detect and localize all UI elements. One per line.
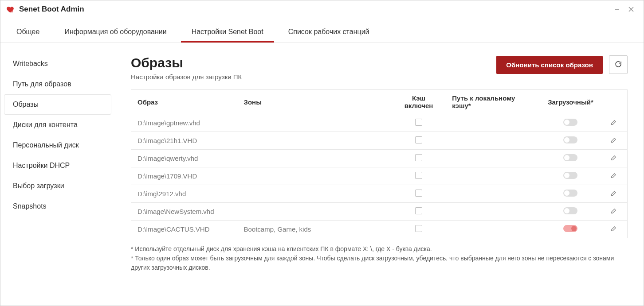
col-header-image: Образ [131, 90, 238, 114]
table-row: D:\Image\CACTUS.VHDBootcamp, Game, kids [131, 221, 628, 238]
refresh-button[interactable] [609, 55, 628, 74]
edit-icon[interactable] [610, 190, 617, 198]
edit-icon[interactable] [610, 155, 617, 163]
cell-cache-enabled [392, 132, 446, 150]
bootable-toggle[interactable] [563, 225, 577, 232]
cell-image: D:\Image\qwerty.vhd [131, 150, 238, 167]
table-row: D:\Image\qwerty.vhd [131, 150, 628, 167]
cell-cache-enabled [392, 114, 446, 132]
app-logo-icon: S [6, 5, 15, 14]
cell-edit [600, 150, 627, 167]
cell-edit [600, 167, 627, 185]
refresh-icon [614, 60, 622, 70]
cell-cache-path [446, 114, 541, 132]
col-header-edit [600, 90, 627, 114]
sidebar-item-7[interactable]: Snapshots [0, 196, 115, 217]
cell-zones [238, 114, 392, 132]
footnote-1: * Используйте отдельный диск для хранени… [131, 244, 628, 254]
edit-icon[interactable] [610, 208, 617, 216]
table-header-row: Образ Зоны Кэш включен Путь к локальному… [131, 90, 628, 114]
app-window: S Senet Boot Admin ОбщееИнформация об об… [0, 0, 644, 306]
cell-bootable [541, 167, 600, 185]
cell-edit [600, 203, 627, 221]
sidebar-item-3[interactable]: Диски для контента [0, 115, 115, 135]
cell-edit [600, 132, 627, 150]
svg-text:S: S [11, 10, 13, 13]
bootable-toggle[interactable] [563, 207, 577, 214]
sidebar-item-2[interactable]: Образы [4, 94, 111, 115]
table-row: D:\Image\21h1.VHD [131, 132, 628, 150]
cell-zones [238, 203, 392, 221]
cell-edit [600, 114, 627, 132]
images-table: Образ Зоны Кэш включен Путь к локальному… [131, 89, 628, 238]
bootable-toggle[interactable] [563, 154, 577, 161]
col-header-cache-path: Путь к локальному кэшу* [446, 90, 541, 114]
bootable-toggle[interactable] [563, 190, 577, 197]
cell-bootable [541, 185, 600, 203]
col-header-cache-enabled: Кэш включен [392, 90, 446, 114]
cell-zones [238, 132, 392, 150]
sidebar-item-6[interactable]: Выбор загрузки [0, 176, 115, 196]
update-images-button[interactable]: Обновить список образов [496, 56, 603, 74]
cell-image: D:\image\NewSystem.vhd [131, 203, 238, 221]
edit-icon[interactable] [610, 137, 617, 145]
table-row: D:\image\NewSystem.vhd [131, 203, 628, 221]
cell-cache-path [446, 185, 541, 203]
tab-3[interactable]: Список рабочих станций [278, 23, 380, 43]
cell-cache-enabled [392, 167, 446, 185]
cell-cache-path [446, 167, 541, 185]
edit-icon[interactable] [610, 120, 617, 127]
page-title: Образы [131, 55, 242, 70]
cell-zones [238, 185, 392, 203]
cell-image: D:\img\2912.vhd [131, 185, 238, 203]
main-tabs: ОбщееИнформация об оборудованииНастройки… [0, 18, 644, 43]
cell-bootable [541, 221, 600, 238]
minimize-button[interactable] [610, 2, 624, 16]
cell-cache-enabled [392, 185, 446, 203]
content: Образы Настройка образов для загрузки ПК… [115, 43, 644, 306]
edit-icon[interactable] [610, 226, 617, 233]
table-row: D:\img\2912.vhd [131, 185, 628, 203]
tab-0[interactable]: Общее [6, 23, 50, 43]
col-header-zones: Зоны [238, 90, 392, 114]
page-title-block: Образы Настройка образов для загрузки ПК [131, 55, 242, 81]
cache-checkbox[interactable] [415, 119, 422, 126]
bootable-toggle[interactable] [563, 136, 577, 143]
cache-checkbox[interactable] [415, 136, 422, 143]
sidebar-item-1[interactable]: Путь для образов [0, 74, 115, 94]
cell-edit [600, 221, 627, 238]
bootable-toggle[interactable] [563, 119, 577, 126]
tab-1[interactable]: Информация об оборудовании [54, 23, 177, 43]
sidebar-item-4[interactable]: Персональный диск [0, 135, 115, 155]
cell-cache-path [446, 150, 541, 167]
cell-bootable [541, 132, 600, 150]
cache-checkbox[interactable] [415, 225, 422, 232]
cache-checkbox[interactable] [415, 207, 422, 214]
sidebar-item-0[interactable]: Writebacks [0, 54, 115, 74]
footnote-2: * Только один образ может быть загрузочн… [131, 254, 628, 272]
cell-cache-enabled [392, 221, 446, 238]
sidebar-item-5[interactable]: Настройки DHCP [0, 155, 115, 176]
body: WritebacksПуть для образовОбразыДиски дл… [0, 43, 644, 306]
close-button[interactable] [624, 2, 638, 16]
cell-bootable [541, 114, 600, 132]
titlebar: S Senet Boot Admin [0, 0, 644, 18]
cell-bootable [541, 150, 600, 167]
cell-zones [238, 167, 392, 185]
cell-image: D:\Image\1709.VHD [131, 167, 238, 185]
cell-zones [238, 150, 392, 167]
tab-2[interactable]: Настройки Senet Boot [181, 23, 274, 43]
cell-image: D:\Image\21h1.VHD [131, 132, 238, 150]
page-subtitle: Настройка образов для загрузки ПК [131, 73, 242, 81]
cell-image: D:\Image\CACTUS.VHD [131, 221, 238, 238]
cell-cache-path [446, 132, 541, 150]
cell-cache-path [446, 221, 541, 238]
edit-icon[interactable] [610, 173, 617, 180]
app-title: Senet Boot Admin [19, 5, 84, 14]
table-row: D:\Image\1709.VHD [131, 167, 628, 185]
bootable-toggle[interactable] [563, 172, 577, 179]
cache-checkbox[interactable] [415, 172, 422, 179]
cache-checkbox[interactable] [415, 154, 422, 161]
cache-checkbox[interactable] [415, 190, 422, 197]
cell-cache-path [446, 203, 541, 221]
